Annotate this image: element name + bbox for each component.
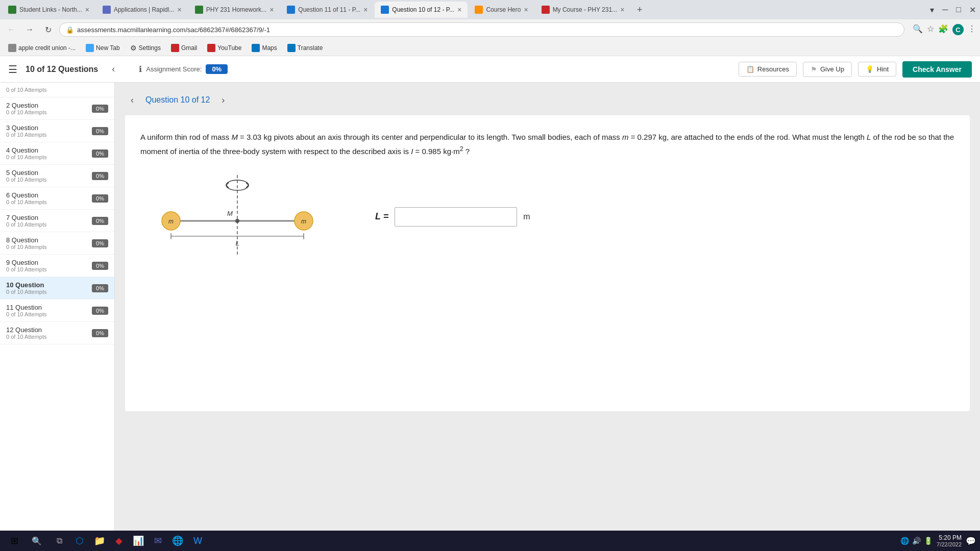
- sidebar-item-info-7: 7 Question 0 of 10 Attempts: [6, 214, 92, 228]
- bookmark-apple[interactable]: apple credit union -...: [4, 43, 80, 53]
- question-nav: ‹ Question 10 of 12 ›: [125, 93, 970, 107]
- tab-close-2[interactable]: ×: [177, 6, 181, 14]
- bookmark-youtube[interactable]: YouTube: [203, 43, 246, 53]
- sidebar-item-3[interactable]: 3 Question 0 of 10 Attempts 0%: [0, 120, 114, 142]
- tab-q10-active[interactable]: Question 10 of 12 - P... ×: [375, 2, 468, 18]
- resources-button[interactable]: 📋 Resources: [739, 62, 797, 77]
- network-icon[interactable]: 🌐: [900, 537, 909, 545]
- battery-icon[interactable]: 🔋: [924, 537, 933, 545]
- more-icon[interactable]: ⋮: [968, 24, 976, 35]
- sidebar-badge-4: 0%: [92, 149, 108, 158]
- sidebar-item-sub-8: 0 of 10 Attempts: [6, 244, 92, 250]
- sidebar-item-info-6: 6 Question 0 of 10 Attempts: [6, 191, 92, 205]
- tab-down-arrow[interactable]: ▾: [928, 3, 936, 17]
- sidebar-item-5[interactable]: 5 Question 0 of 10 Attempts 0%: [0, 165, 114, 187]
- forward-button[interactable]: →: [22, 22, 37, 37]
- tab-label-1: Student Links - North...: [19, 6, 82, 13]
- new-tab-button[interactable]: +: [631, 2, 648, 18]
- taskbar-app7[interactable]: W: [189, 532, 206, 550]
- start-button[interactable]: ⊞: [4, 532, 24, 550]
- resources-label: Resources: [757, 65, 789, 73]
- taskbar-app6[interactable]: 🌐: [168, 532, 187, 550]
- bookmark-settings[interactable]: ⚙ Settings: [126, 43, 165, 53]
- bookmark-label-apple: apple credit union -...: [18, 44, 76, 52]
- hint-button[interactable]: 💡 Hint: [858, 62, 896, 77]
- tab-favicon-4: [287, 6, 295, 14]
- tab-phy231[interactable]: PHY 231 Homework... ×: [189, 2, 280, 18]
- sidebar-badge-10: 0%: [92, 284, 108, 292]
- sidebar-item-11[interactable]: 11 Question 0 of 10 Attempts 0%: [0, 299, 114, 322]
- back-button[interactable]: ←: [4, 22, 18, 37]
- bookmark-newtab[interactable]: New Tab: [82, 43, 124, 53]
- resources-icon: 📋: [746, 65, 754, 73]
- bookmark-icon-newtab: [86, 44, 94, 52]
- volume-icon[interactable]: 🔊: [912, 537, 921, 545]
- tab-close-3[interactable]: ×: [270, 6, 274, 14]
- bookmark-label-youtube: YouTube: [217, 44, 241, 52]
- tab-coursehero[interactable]: Course Hero ×: [469, 2, 534, 18]
- sidebar-item-info-3: 3 Question 0 of 10 Attempts: [6, 124, 92, 138]
- sidebar-item-2[interactable]: 2 Question 0 of 10 Attempts 0%: [0, 97, 114, 120]
- tab-close-5[interactable]: ×: [457, 6, 461, 14]
- answer-input[interactable]: [395, 207, 517, 227]
- sidebar-item-label-3: 3 Question: [6, 124, 92, 132]
- sidebar-badge-3: 0%: [92, 127, 108, 135]
- sidebar-item-9[interactable]: 9 Question 0 of 10 Attempts 0%: [0, 255, 114, 277]
- taskbar-app5[interactable]: ✉: [150, 532, 166, 550]
- bookmark-gmail[interactable]: Gmail: [167, 43, 201, 53]
- sidebar-item-4[interactable]: 4 Question 0 of 10 Attempts 0%: [0, 142, 114, 165]
- profile-icon[interactable]: C: [952, 24, 964, 35]
- taskbar-app4[interactable]: 📊: [129, 532, 148, 550]
- question-card: A uniform thin rod of mass M = 3.03 kg p…: [125, 115, 970, 411]
- task-view-icon: ⧉: [57, 536, 62, 545]
- sidebar-item-7[interactable]: 7 Question 0 of 10 Attempts 0%: [0, 210, 114, 232]
- bookmark-maps[interactable]: Maps: [248, 43, 281, 53]
- tab-student-links[interactable]: Student Links - North... ×: [2, 2, 95, 18]
- check-answer-button[interactable]: Check Answer: [902, 61, 972, 78]
- prev-question-btn[interactable]: ‹: [125, 93, 139, 107]
- sidebar-item-6[interactable]: 6 Question 0 of 10 Attempts 0%: [0, 187, 114, 210]
- hamburger-menu[interactable]: ☰: [8, 63, 17, 76]
- sidebar-item-label-12: 12 Question: [6, 326, 92, 334]
- search-icon[interactable]: 🔍: [913, 24, 923, 35]
- address-text[interactable]: assessments.macmillanlearning.com/sac/68…: [77, 26, 270, 34]
- minimize-btn[interactable]: ─: [940, 3, 950, 16]
- tab-favicon-2: [103, 6, 111, 14]
- give-up-label: Give Up: [820, 65, 844, 73]
- star-icon[interactable]: ☆: [927, 24, 934, 35]
- tab-close-7[interactable]: ×: [620, 6, 624, 14]
- extensions-icon[interactable]: 🧩: [938, 24, 948, 35]
- window-close-btn[interactable]: ✕: [967, 3, 978, 17]
- tab-q11[interactable]: Question 11 of 11 - P... ×: [281, 2, 374, 18]
- sidebar-item-8[interactable]: 8 Question 0 of 10 Attempts 0%: [0, 232, 114, 255]
- sidebar-item-10[interactable]: 10 Question 0 of 10 Attempts 0%: [0, 277, 114, 299]
- restore-btn[interactable]: □: [954, 3, 963, 16]
- search-taskbar-btn[interactable]: 🔍: [27, 532, 47, 550]
- next-question-btn[interactable]: ›: [216, 93, 230, 107]
- sidebar-collapse-btn[interactable]: ‹: [106, 62, 120, 77]
- tab-close-4[interactable]: ×: [363, 6, 368, 14]
- address-bar-icons: 🔍 ☆ 🧩 C ⋮: [913, 24, 976, 35]
- taskbar-app3[interactable]: ◆: [111, 532, 127, 550]
- tab-close-1[interactable]: ×: [85, 6, 89, 14]
- tab-mycourse[interactable]: My Course - PHY 231... ×: [535, 2, 631, 18]
- taskbar-explorer-app[interactable]: 📁: [90, 532, 109, 550]
- give-up-button[interactable]: ⚑ Give Up: [803, 62, 852, 77]
- taskbar-clock[interactable]: 5:20 PM 7/22/2022: [937, 534, 962, 547]
- taskbar-edge-app[interactable]: ⬡: [71, 532, 88, 550]
- bookmarks-bar: apple credit union -... New Tab ⚙ Settin…: [0, 40, 980, 56]
- tab-favicon-1: [8, 6, 16, 14]
- task-view-btn[interactable]: ⧉: [49, 532, 69, 550]
- sidebar-item-sub-10: 0 of 10 Attempts: [6, 289, 92, 295]
- address-input[interactable]: 🔒 assessments.macmillanlearning.com/sac/…: [59, 22, 904, 37]
- tab-close-6[interactable]: ×: [524, 6, 528, 14]
- notification-btn[interactable]: 💬: [966, 536, 976, 546]
- sidebar-item-12[interactable]: 12 Question 0 of 10 Attempts 0%: [0, 322, 114, 344]
- assignment-score-section: ℹ Assignment Score: 0%: [139, 64, 228, 74]
- reload-button[interactable]: ↻: [41, 22, 55, 37]
- sidebar-item-sub-11: 0 of 10 Attempts: [6, 311, 92, 317]
- taskbar-time: 5:20 PM: [939, 534, 962, 541]
- tab-applications[interactable]: Applications | Rapidl... ×: [96, 2, 188, 18]
- app6-icon: 🌐: [172, 535, 183, 546]
- bookmark-translate[interactable]: Translate: [283, 43, 327, 53]
